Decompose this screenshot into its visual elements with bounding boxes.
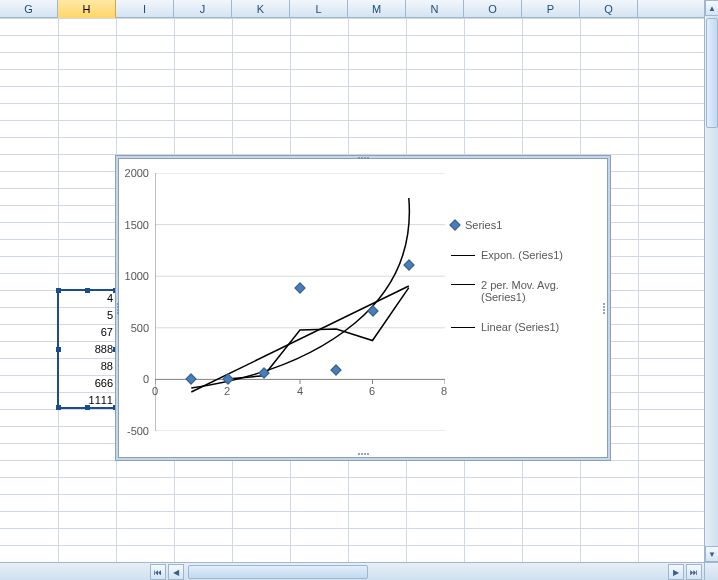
cell-H-r3[interactable]: 67: [58, 324, 116, 341]
col-header-I[interactable]: I: [116, 0, 174, 18]
col-header-M[interactable]: M: [348, 0, 406, 18]
scroll-last-button[interactable]: ⏭: [686, 564, 702, 580]
y-tick-neg500: -500: [127, 425, 149, 437]
legend-label: 2 per. Mov. Avg. (Series1): [481, 279, 559, 303]
col-header-G[interactable]: G: [0, 0, 58, 18]
y-tick-1500: 1500: [125, 219, 149, 231]
legend-label: Series1: [465, 219, 502, 231]
scroll-corner: [704, 562, 718, 580]
line-icon: [451, 327, 475, 328]
col-header-Q[interactable]: Q: [580, 0, 638, 18]
legend-linear[interactable]: Linear (Series1): [451, 321, 591, 333]
worksheet-area[interactable]: G H I J K L M N O P Q: [0, 0, 704, 562]
chart-object[interactable]: 2000 1500 1000 500 0 -500 0 2 4 6 8 Seri…: [118, 158, 608, 458]
x-tick-2: 2: [224, 385, 230, 397]
cell-H-r2[interactable]: 5: [58, 307, 116, 324]
scroll-thumb[interactable]: [706, 18, 718, 128]
col-header-P[interactable]: P: [522, 0, 580, 18]
chart-legend[interactable]: Series1 Expon. (Series1) 2 per. Mov. Avg…: [451, 219, 591, 351]
legend-label: Expon. (Series1): [481, 249, 563, 261]
cells-grid[interactable]: 4 5 67 888 88 666 1111: [0, 18, 704, 562]
scroll-down-button[interactable]: ▼: [705, 546, 718, 562]
cell-H-r1[interactable]: 4: [58, 290, 116, 307]
column-headers: G H I J K L M N O P Q: [0, 0, 704, 18]
y-tick-500: 500: [131, 322, 149, 334]
legend-expon[interactable]: Expon. (Series1): [451, 249, 591, 261]
legend-movavg[interactable]: 2 per. Mov. Avg. (Series1): [451, 279, 591, 303]
scroll-right-button[interactable]: ▶: [668, 564, 684, 580]
horizontal-scrollbar[interactable]: ⏮ ◀ ▶ ⏭: [0, 562, 718, 580]
col-header-H[interactable]: H: [58, 0, 116, 18]
scroll-first-button[interactable]: ⏮: [150, 564, 166, 580]
y-tick-2000: 2000: [125, 167, 149, 179]
line-icon: [451, 284, 475, 285]
x-tick-6: 6: [369, 385, 375, 397]
cell-H-r5[interactable]: 88: [58, 358, 116, 375]
col-header-K[interactable]: K: [232, 0, 290, 18]
col-header-O[interactable]: O: [464, 0, 522, 18]
cell-H-r7[interactable]: 1111: [58, 392, 116, 409]
x-tick-0: 0: [152, 385, 158, 397]
scroll-thumb[interactable]: [188, 565, 368, 579]
scroll-up-button[interactable]: ▲: [705, 0, 718, 16]
scroll-left-button[interactable]: ◀: [168, 564, 184, 580]
legend-label: Linear (Series1): [481, 321, 559, 333]
col-header-J[interactable]: J: [174, 0, 232, 18]
col-header-L[interactable]: L: [290, 0, 348, 18]
y-tick-0: 0: [143, 373, 149, 385]
legend-series1[interactable]: Series1: [451, 219, 591, 231]
y-tick-1000: 1000: [125, 270, 149, 282]
vertical-scrollbar[interactable]: ▲ ▼: [704, 0, 718, 562]
col-header-extra[interactable]: [638, 0, 704, 18]
diamond-icon: [449, 219, 460, 230]
x-tick-4: 4: [297, 385, 303, 397]
x-tick-8: 8: [441, 385, 447, 397]
cell-H-r6[interactable]: 666: [58, 375, 116, 392]
cell-H-r4[interactable]: 888: [58, 341, 116, 358]
col-header-N[interactable]: N: [406, 0, 464, 18]
line-icon: [451, 255, 475, 256]
